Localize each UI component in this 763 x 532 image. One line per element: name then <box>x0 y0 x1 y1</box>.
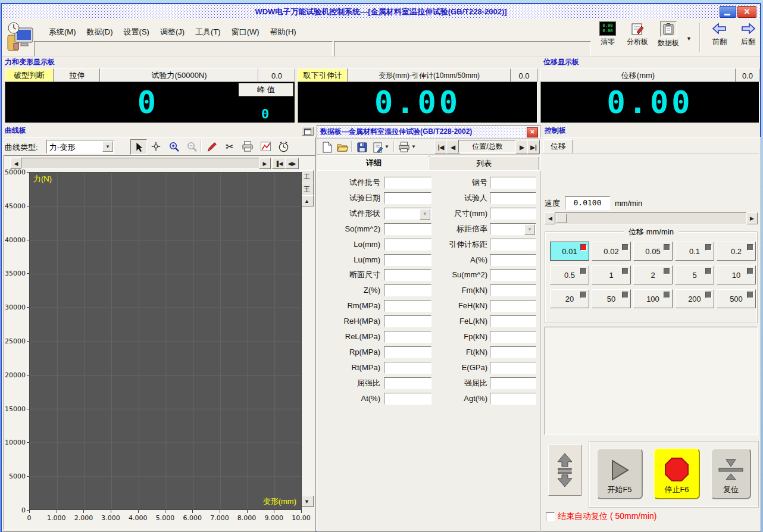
report-dropdown-arrow[interactable]: ▼ <box>384 144 389 149</box>
timer-tool-button[interactable] <box>276 139 291 154</box>
fit-all-button[interactable]: ◀▶ <box>285 158 299 169</box>
next-page-button[interactable]: 后翻 <box>735 21 761 47</box>
menu-item-0[interactable]: 系统(M) <box>43 25 82 39</box>
field-input[interactable] <box>490 300 536 312</box>
speed-button-50[interactable]: 50 <box>592 289 631 308</box>
speed-input[interactable]: 0.0100 <box>565 196 610 210</box>
field-input[interactable] <box>384 300 431 312</box>
save-button[interactable] <box>355 140 369 154</box>
menu-item-4[interactable]: 工具(T) <box>190 25 226 39</box>
nav-prev-button[interactable]: ◀ <box>446 140 459 154</box>
new-record-button[interactable] <box>320 140 334 154</box>
zoom-out-tool-button[interactable] <box>184 139 199 154</box>
nav-next-button[interactable]: ▶ <box>515 140 529 154</box>
speed-button-0.01[interactable]: 0.01 <box>550 242 589 261</box>
nav-last-button[interactable]: ▶| <box>527 140 540 154</box>
tab-displacement[interactable]: 位移 <box>543 139 573 154</box>
field-input[interactable] <box>490 208 536 220</box>
speed-button-0.2[interactable]: 0.2 <box>717 242 756 261</box>
report-button[interactable] <box>370 140 384 154</box>
menu-item-6[interactable]: 帮助(H) <box>265 25 302 39</box>
combo-arrow-icon[interactable]: ▼ <box>524 224 535 235</box>
field-input[interactable] <box>384 315 431 327</box>
data-panel-titlebar[interactable]: 数据板—金属材料室温拉伸试验(GB/T228-2002) ✕ <box>317 125 540 139</box>
field-input[interactable] <box>490 346 536 358</box>
tab-list[interactable]: 列表 <box>429 157 539 171</box>
speed-slider-thumb[interactable] <box>556 214 567 223</box>
title-bar[interactable]: WDW电子万能试验机控制系统—[金属材料室温拉伸试验(GB/T228-2002)… <box>2 4 760 20</box>
start-button[interactable]: 开始F5 <box>596 448 643 499</box>
speed-button-2[interactable]: 2 <box>633 265 673 284</box>
chart-tool-button[interactable] <box>258 139 273 154</box>
cursor-tool-button[interactable] <box>130 139 147 155</box>
field-input[interactable] <box>384 362 431 374</box>
auto-reset-checkbox[interactable] <box>546 512 555 521</box>
speed-button-5[interactable]: 5 <box>675 265 714 284</box>
vscroll-up-button[interactable]: ▲ <box>300 195 314 206</box>
speed-slider-right-button[interactable]: ▶ <box>746 212 758 224</box>
jog-button[interactable] <box>548 445 581 496</box>
fit-half-button[interactable]: 王 <box>300 183 314 196</box>
field-input[interactable] <box>490 192 536 204</box>
speed-button-20[interactable]: 20 <box>550 289 589 308</box>
tensile-button[interactable]: 拉伸 <box>54 68 100 83</box>
data-board-button[interactable]: 数据板 <box>654 21 683 48</box>
menu-item-2[interactable]: 设置(S) <box>118 25 155 39</box>
field-input[interactable] <box>384 393 431 405</box>
speed-button-200[interactable]: 200 <box>675 289 714 308</box>
peak-button[interactable]: 峰 值 <box>239 83 293 96</box>
speed-button-0.05[interactable]: 0.05 <box>633 242 673 261</box>
field-input[interactable] <box>384 346 431 358</box>
field-input[interactable] <box>384 331 431 343</box>
field-input[interactable] <box>490 284 536 296</box>
data-panel-close-button[interactable]: ✕ <box>527 127 538 137</box>
field-input[interactable] <box>384 192 431 204</box>
field-input[interactable] <box>490 254 536 266</box>
field-input[interactable] <box>490 377 536 389</box>
reset-button[interactable]: 复位 <box>711 448 751 499</box>
speed-button-10[interactable]: 10 <box>717 265 756 284</box>
minimize-button[interactable] <box>720 6 736 18</box>
hscroll-right-button[interactable]: ▶ <box>259 158 271 169</box>
field-input[interactable] <box>384 377 431 389</box>
field-input[interactable] <box>490 393 536 405</box>
zoom-in-tool-button[interactable] <box>166 139 182 154</box>
speed-button-1[interactable]: 1 <box>592 265 631 284</box>
board-dropdown-arrow[interactable]: ▼ <box>686 36 692 42</box>
fit-vertical-button[interactable]: 工 <box>300 170 314 183</box>
field-input[interactable]: ▼ <box>490 223 536 235</box>
field-input[interactable] <box>490 362 536 374</box>
field-input[interactable]: ▼ <box>384 208 431 220</box>
curve-type-select[interactable]: 力-变形 ▼ <box>46 140 114 154</box>
field-input[interactable] <box>384 269 431 281</box>
speed-slider-track[interactable] <box>555 212 748 224</box>
speed-button-0.1[interactable]: 0.1 <box>675 242 714 261</box>
curve-restore-button[interactable] <box>302 127 314 136</box>
field-input[interactable] <box>490 269 536 281</box>
extenso-remove-button[interactable]: 取下引伸计 <box>298 68 348 83</box>
nav-first-button[interactable]: |◀ <box>434 140 448 154</box>
fit-width-button[interactable]: ▐◀ <box>272 158 286 169</box>
field-input[interactable] <box>490 177 536 189</box>
tab-detail[interactable]: 详细 <box>318 155 430 171</box>
curve-type-arrow-icon[interactable]: ▼ <box>102 141 113 152</box>
menu-item-1[interactable]: 数据(D) <box>82 25 118 39</box>
prev-page-button[interactable]: 前翻 <box>706 21 733 47</box>
speed-button-100[interactable]: 100 <box>633 289 673 308</box>
cut-tool-button[interactable]: ✂ <box>222 139 237 154</box>
analysis-board-button[interactable]: 分析板 <box>623 21 652 47</box>
speed-button-500[interactable]: 500 <box>717 289 756 308</box>
print-dropdown-arrow[interactable]: ▼ <box>411 144 416 149</box>
field-input[interactable] <box>384 223 431 235</box>
field-input[interactable] <box>490 331 536 343</box>
break-judge-button[interactable]: 破型判断 <box>5 68 54 83</box>
combo-arrow-icon[interactable]: ▼ <box>420 209 430 220</box>
field-input[interactable] <box>384 239 431 251</box>
stop-button[interactable]: 停止F6 <box>653 448 700 499</box>
clear-zero-button[interactable]: 0.00 0.00 清零 <box>595 21 621 47</box>
print-report-button[interactable] <box>397 140 411 154</box>
close-button[interactable]: ✕ <box>737 6 756 18</box>
field-input[interactable] <box>384 254 431 266</box>
plot-area[interactable]: 力(N) 变形(mm) <box>29 172 302 510</box>
menu-item-5[interactable]: 窗口(W) <box>226 25 265 39</box>
